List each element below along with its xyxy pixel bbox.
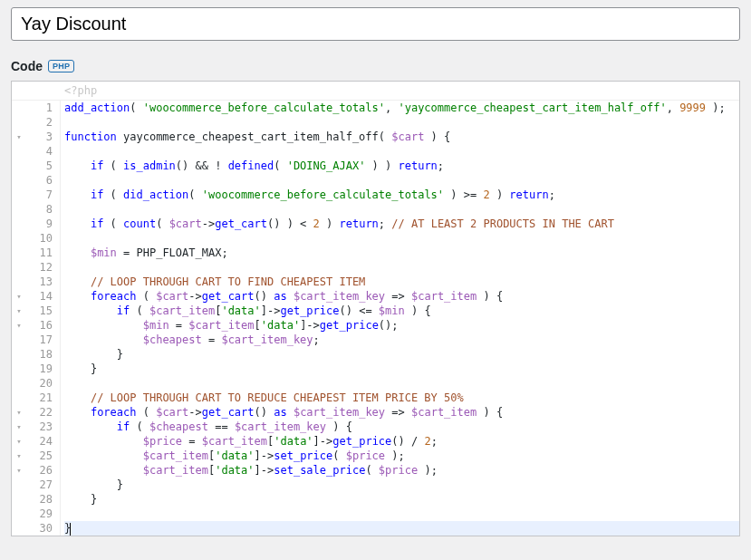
line-number: 25 — [26, 449, 53, 463]
line-number: 29 — [26, 507, 53, 521]
code-line — [64, 144, 739, 159]
line-number: 11 — [26, 246, 53, 260]
code-line — [64, 507, 739, 521]
line-number: 12 — [26, 260, 53, 275]
code-line: } — [64, 478, 739, 492]
code-line: $min = PHP_FLOAT_MAX; — [64, 246, 739, 260]
line-number: 17 — [26, 333, 53, 347]
fold-marker-icon[interactable]: ▾ — [12, 405, 26, 420]
line-number: 27 — [26, 478, 53, 492]
snippet-title-input[interactable] — [11, 7, 740, 41]
code-line-active: } — [64, 521, 739, 536]
code-line: } — [64, 492, 739, 507]
cursor-icon — [70, 523, 71, 536]
line-number: 18 — [26, 347, 53, 362]
line-number: 10 — [26, 231, 53, 246]
line-number: 2 — [26, 115, 53, 130]
line-number: 30 — [26, 521, 53, 536]
fold-marker-icon[interactable]: ▾ — [12, 304, 26, 318]
code-line: $min = $cart_item['data']->get_price(); — [64, 318, 739, 333]
line-number: 8 — [26, 202, 53, 217]
code-line — [64, 202, 739, 217]
line-number: 21 — [26, 391, 53, 405]
line-number: 28 — [26, 492, 53, 507]
line-number: 4 — [26, 144, 53, 159]
line-number: 22 — [26, 405, 53, 420]
line-number: 24 — [26, 434, 53, 449]
fold-marker-icon[interactable]: ▾ — [12, 420, 26, 434]
fold-marker-icon[interactable]: ▾ — [12, 318, 26, 333]
code-line: // LOOP THROUGH CART TO FIND CHEAPEST IT… — [64, 275, 739, 289]
fold-marker-icon[interactable]: ▾ — [12, 449, 26, 463]
line-number: 20 — [26, 376, 53, 391]
code-line: $cheapest = $cart_item_key; — [64, 333, 739, 347]
line-number: 19 — [26, 362, 53, 376]
line-number: 26 — [26, 463, 53, 478]
code-line: foreach ( $cart->get_cart() as $cart_ite… — [64, 405, 739, 420]
code-label: Code — [11, 59, 43, 73]
code-content[interactable]: add_action( 'woocommerce_before_calculat… — [61, 101, 739, 536]
code-line: if ( count( $cart->get_cart() ) < 2 ) re… — [64, 217, 739, 231]
line-number: 5 — [26, 159, 53, 173]
code-line: } — [64, 347, 739, 362]
code-editor[interactable]: <?php ▾ ▾ ▾ ▾ — [11, 81, 740, 536]
code-line: $cart_item['data']->set_sale_price( $pri… — [64, 463, 739, 478]
code-line — [64, 231, 739, 246]
fold-gutter[interactable]: ▾ ▾ ▾ ▾ ▾ ▾ ▾ — [12, 101, 26, 536]
php-open-tag: <?php — [12, 82, 739, 101]
fold-marker-icon[interactable]: ▾ — [12, 463, 26, 478]
code-line: } — [64, 362, 739, 376]
line-number: 1 — [26, 101, 53, 115]
code-line: foreach ( $cart->get_cart() as $cart_ite… — [64, 289, 739, 304]
fold-marker-icon[interactable]: ▾ — [12, 289, 26, 304]
line-number: 9 — [26, 217, 53, 231]
line-number-gutter[interactable]: 1 2 3 4 5 6 7 8 9 10 11 12 13 14 15 16 1… — [26, 101, 61, 536]
code-line — [64, 376, 739, 391]
line-number: 14 — [26, 289, 53, 304]
php-badge: PHP — [48, 60, 74, 72]
code-section-header: Code PHP — [11, 53, 740, 81]
line-number: 7 — [26, 188, 53, 202]
line-number: 23 — [26, 420, 53, 434]
code-line: add_action( 'woocommerce_before_calculat… — [64, 101, 739, 115]
code-line: $price = $cart_item['data']->get_price()… — [64, 434, 739, 449]
fold-marker-icon[interactable]: ▾ — [12, 434, 26, 449]
code-line: if ( did_action( 'woocommerce_before_cal… — [64, 188, 739, 202]
code-line: if ( is_admin() && ! defined( 'DOING_AJA… — [64, 159, 739, 173]
code-line: if ( $cart_item['data']->get_price() <= … — [64, 304, 739, 318]
code-line: function yaycommerce_cheapest_cart_item_… — [64, 130, 739, 144]
code-line: if ( $cheapest == $cart_item_key ) { — [64, 420, 739, 434]
code-line — [64, 115, 739, 130]
code-line — [64, 260, 739, 275]
code-line — [64, 173, 739, 188]
line-number: 13 — [26, 275, 53, 289]
code-line: // LOOP THROUGH CART TO REDUCE CHEAPEST … — [64, 391, 739, 405]
line-number: 6 — [26, 173, 53, 188]
fold-marker-icon[interactable]: ▾ — [12, 130, 26, 144]
line-number: 16 — [26, 318, 53, 333]
code-line: $cart_item['data']->set_price( $price ); — [64, 449, 739, 463]
line-number: 15 — [26, 304, 53, 318]
line-number: 3 — [26, 130, 53, 144]
